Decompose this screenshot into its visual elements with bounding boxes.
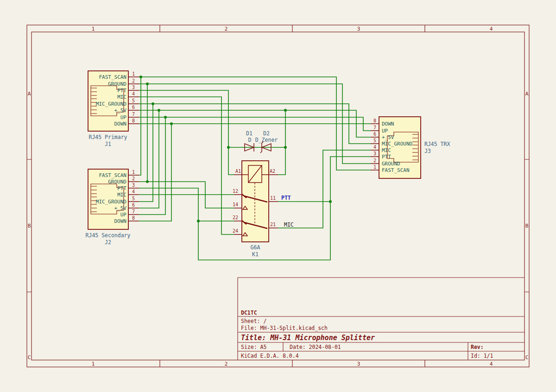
schematic-svg: 1 2 3 4 1 2 3 4 A B C A B C DC1TC Sheet:… — [0, 0, 556, 392]
j2-value-label[interactable]: RJ45 Secondary — [86, 232, 131, 239]
title-block-rev: Rev: — [471, 344, 484, 350]
pin-number: A1 — [235, 169, 241, 174]
pin-number: 8 — [132, 118, 135, 123]
pin-number: 4 — [132, 189, 135, 194]
frame-row-label: A — [28, 91, 31, 97]
frame-col-label: 1 — [92, 26, 95, 32]
pin-number: 12 — [233, 189, 238, 194]
junction-dot — [170, 122, 173, 125]
junction-dot — [139, 76, 142, 78]
pin-name: FAST_SCAN — [382, 167, 410, 173]
pin-number: 2 — [132, 78, 135, 83]
relay-k1[interactable]: A1 A2 12 14 22 24 11 21 G6A K1 — [233, 161, 278, 258]
pin-number: 24 — [233, 228, 238, 234]
pin-name: +_5V — [382, 134, 394, 140]
title-block-company: DC1TC — [241, 310, 257, 316]
pin-name: MIC_GROUND — [382, 141, 412, 147]
pin-number: 6 — [132, 202, 135, 208]
frame-row-label: B — [28, 223, 31, 229]
junction-dot — [146, 180, 149, 183]
title-block-id: Id: 1/1 — [471, 353, 493, 359]
pin-number: 11 — [270, 196, 276, 201]
net-label-mic[interactable]: MIC — [284, 221, 294, 228]
junction-dot — [164, 116, 167, 119]
kicad-schematic-canvas[interactable]: 1 2 3 4 1 2 3 4 A B C A B C DC1TC Sheet:… — [0, 0, 556, 392]
junction-dot — [227, 146, 230, 149]
pin-number: A2 — [270, 169, 275, 174]
junction-dots — [139, 76, 332, 222]
frame-col-label: 2 — [225, 26, 228, 32]
pin-number: 7 — [132, 209, 135, 214]
wire-up-branch[interactable] — [139, 117, 165, 215]
title-block-date: Date: 2024-08-01 — [290, 344, 341, 350]
diode-d2[interactable]: D2 D_Zener — [255, 130, 278, 153]
wire-5v-branch[interactable] — [139, 110, 159, 208]
k1-ref-label[interactable]: K1 — [252, 251, 259, 258]
pin-number: 1 — [373, 164, 376, 170]
pin-name: GROUND — [382, 161, 400, 167]
title-block-sheet: Sheet: / — [241, 318, 266, 324]
frame-col-label: 3 — [357, 26, 360, 32]
pin-number: 2 — [373, 158, 376, 163]
pin-number: 8 — [373, 118, 376, 123]
pin-name: MIC — [117, 94, 126, 100]
pin-number: 3 — [373, 151, 376, 156]
k1-value-label[interactable]: G6A — [251, 244, 260, 251]
pin-number: 22 — [233, 215, 238, 220]
pin-number: 4 — [373, 145, 376, 150]
connector-j1[interactable]: 1 2 3 4 5 6 7 8 FAST_SCAN GROUND PTT MIC… — [88, 71, 139, 147]
d2-value-label[interactable]: D_Zener — [255, 137, 278, 143]
junction-dot — [284, 109, 287, 112]
net-label-ptt[interactable]: PTT — [281, 195, 291, 201]
title-block: DC1TC Sheet: / File: MH-31-Split.kicad_s… — [238, 278, 524, 360]
wire-5v-to-coil[interactable] — [278, 110, 285, 175]
junction-dot — [284, 146, 287, 149]
connector-j2[interactable]: 1 2 3 4 5 6 7 8 FAST_SCAN GROUND PTT MIC… — [86, 169, 139, 246]
j1-value-label[interactable]: RJ45 Primary — [88, 134, 127, 140]
d1-ref-label[interactable]: D1 — [246, 130, 253, 137]
j3-ref-label[interactable]: J3 — [424, 148, 431, 154]
pin-name: UP — [120, 212, 127, 218]
frame-col-label: 1 — [92, 361, 95, 367]
j1-ref-label[interactable]: J1 — [105, 141, 111, 147]
frame-col-label: 2 — [225, 361, 228, 367]
pin-name: FAST_SCAN — [99, 74, 126, 80]
wire-mic-net[interactable] — [278, 150, 371, 228]
j3-value-label[interactable]: RJ45 TRX — [424, 141, 450, 147]
pin-name: FAST_SCAN — [99, 172, 126, 178]
pin-name: UP — [120, 114, 127, 120]
pin-number: 1 — [132, 170, 135, 175]
title-block-size: Size: A5 — [241, 344, 266, 350]
pin-number: 14 — [233, 202, 238, 207]
pin-name: MIC_GROUND — [96, 101, 126, 107]
pin-name: DOWN — [114, 121, 127, 127]
frame-row-label: B — [525, 223, 529, 229]
pin-number: 2 — [132, 176, 135, 181]
wire-fast-scan-branch[interactable] — [139, 77, 141, 175]
diode-d1[interactable]: D1 D — [245, 130, 254, 152]
pin-number: 4 — [132, 91, 135, 96]
junction-dot — [197, 220, 200, 222]
d2-ref-label[interactable]: D2 — [263, 130, 270, 137]
pin-number: 5 — [132, 98, 135, 103]
wire-down-branch[interactable] — [139, 124, 171, 221]
pin-name: MIC — [382, 147, 391, 153]
pin-name: +_5V — [114, 205, 127, 211]
pin-name: UP — [382, 128, 388, 134]
pin-number: 5 — [373, 138, 376, 143]
connector-j3[interactable]: 8 7 6 5 4 3 2 1 DOWN UP +_5V MIC_GROUND … — [371, 117, 450, 178]
pin-name: PTT — [117, 185, 126, 191]
pin-name: PTT — [117, 88, 126, 94]
pin-name: DOWN — [382, 121, 394, 127]
pin-number: 5 — [132, 196, 135, 201]
pin-name: +_5V — [114, 107, 127, 114]
j2-ref-label[interactable]: J2 — [105, 239, 111, 246]
pin-number: 7 — [132, 112, 135, 117]
pin-name: MIC_GROUND — [96, 199, 126, 205]
junction-dot — [158, 109, 160, 112]
pin-name: GROUND — [108, 81, 126, 87]
pin-number: 6 — [373, 132, 376, 137]
d1-value-label[interactable]: D — [248, 137, 252, 143]
frame-row-label: A — [525, 91, 529, 97]
pin-name: DOWN — [114, 218, 127, 224]
